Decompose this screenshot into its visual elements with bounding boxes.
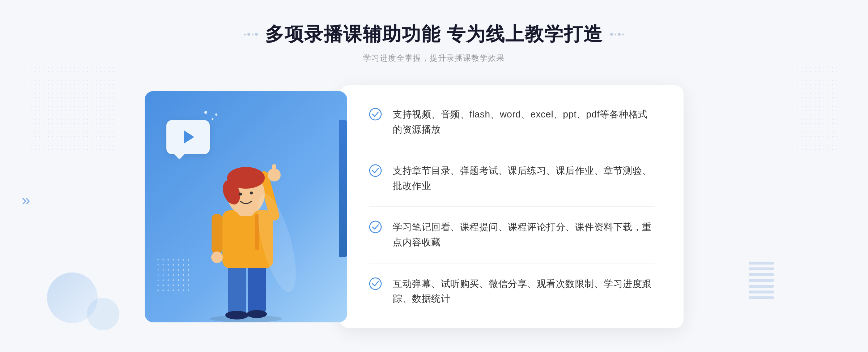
dot-pattern [72,65,116,108]
page-title: 多项录播课辅助功能 专为线上教学打造 [265,22,603,47]
left-arrow-decoration: » [22,192,30,209]
svg-rect-8 [272,164,276,177]
feature-item: 学习笔记回看、课程提问、课程评论打分、课件资料下载，重点内容收藏 [369,207,655,263]
dot-pattern [72,108,116,152]
deco-dot [255,33,258,36]
check-icon-2 [369,164,382,177]
right-decoration [610,33,624,36]
stripe-line [749,262,774,265]
stripe-line [749,291,774,293]
illustration-figure [184,134,307,322]
deco-dot [622,34,624,35]
deco-dot [618,33,621,36]
stripe-line [749,279,774,282]
deco-dot [252,34,254,35]
title-row: 多项录播课辅助功能 专为线上教学打造 [244,22,624,47]
feature-text-1: 支持视频、音频、flash、word、excel、ppt、pdf等各种格式的资源… [393,107,655,137]
svg-point-15 [239,193,242,196]
dot-pattern [29,65,72,108]
stripe-line [749,285,774,288]
dot-pattern [796,65,839,108]
stripe-decoration [749,262,774,309]
dot-pattern [796,108,839,152]
dot-pattern [29,108,72,152]
page-container: 多项录播课辅助功能 专为线上教学打造 学习进度全掌握，提升录播课教学效果 [0,0,868,352]
bubble-tail [174,154,184,159]
feature-item: 互动弹幕、试听购买、微信分享、观看次数限制、学习进度跟踪、数据统计 [369,263,655,306]
svg-point-19 [370,108,381,120]
deco-dot [610,33,613,36]
svg-point-20 [370,165,381,176]
feature-item: 支持视频、音频、flash、word、excel、ppt、pdf等各种格式的资源… [369,107,655,150]
svg-point-21 [370,221,381,233]
svg-point-4 [247,310,267,318]
deco-dot [247,33,250,36]
deco-dot [244,34,246,35]
person-svg [184,134,307,322]
deco-dot [614,34,616,35]
feature-item: 支持章节目录、弹题考试、课后练习、课后作业、章节测验、批改作业 [369,150,655,207]
stripe-line [749,267,774,270]
sparkle-decoration [204,111,207,114]
check-icon-4 [369,277,382,290]
check-icon-1 [369,108,382,121]
feature-text-3: 学习笔记回看、课程提问、课程评论打分、课件资料下载，重点内容收藏 [393,220,655,250]
stripe-line [749,296,774,299]
features-card: 支持视频、音频、flash、word、excel、ppt、pdf等各种格式的资源… [340,85,684,328]
svg-point-22 [370,278,381,289]
accent-bar [339,120,347,257]
circle-decoration-2 [87,298,119,330]
illustration-card [145,91,347,322]
sparkle-decoration [215,113,217,116]
stripe-line [749,273,774,276]
svg-point-3 [225,311,248,319]
feature-text-2: 支持章节目录、弹题考试、课后练习、课后作业、章节测验、批改作业 [393,163,655,193]
content-area: 支持视频、音频、flash、word、excel、ppt、pdf等各种格式的资源… [145,85,723,328]
left-decoration [244,33,258,36]
sparkle-decoration [212,118,213,120]
feature-text-4: 互动弹幕、试听购买、微信分享、观看次数限制、学习进度跟踪、数据统计 [393,276,655,306]
svg-point-10 [211,252,223,263]
svg-rect-9 [212,214,222,254]
header-section: 多项录播课辅助功能 专为线上教学打造 学习进度全掌握，提升录播课教学效果 [244,22,624,64]
page-subtitle: 学习进度全掌握，提升录播课教学效果 [244,53,624,64]
check-icon-3 [369,220,382,233]
svg-point-16 [250,192,253,194]
